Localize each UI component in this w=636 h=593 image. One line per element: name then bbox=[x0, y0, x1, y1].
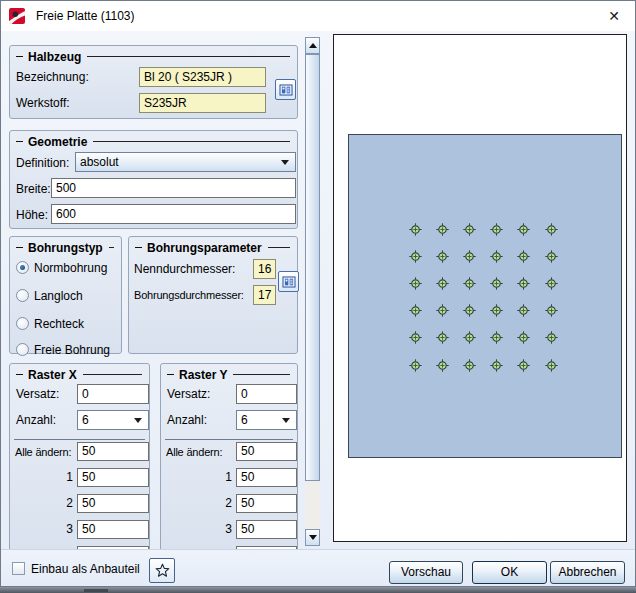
row-index: 2 bbox=[40, 494, 73, 513]
hole-symbol bbox=[517, 250, 530, 263]
hole-symbol bbox=[517, 277, 530, 290]
versatz-label: Versatz: bbox=[16, 384, 59, 404]
scroll-up-button[interactable] bbox=[305, 37, 320, 54]
definition-label: Definition: bbox=[16, 153, 69, 173]
bezeichnung-input[interactable]: Bl 20 ( S235JR ) bbox=[139, 67, 266, 87]
hole-symbol bbox=[545, 277, 558, 290]
material-catalog-button[interactable] bbox=[275, 79, 296, 100]
radio-normbohrung[interactable] bbox=[16, 261, 29, 274]
radio-label[interactable]: Rechteck bbox=[34, 314, 84, 334]
werkstoff-input[interactable]: S235JR bbox=[139, 93, 266, 113]
hole-symbol bbox=[463, 250, 476, 263]
hole-symbol bbox=[490, 250, 503, 263]
definition-select[interactable]: absolut bbox=[75, 152, 296, 172]
ok-button[interactable]: OK bbox=[472, 561, 547, 584]
hole-symbol bbox=[490, 223, 503, 236]
titlebar: Freie Platte (1103) ✕ bbox=[1, 1, 635, 31]
breite-label: Breite: bbox=[16, 179, 51, 199]
einbau-checkbox[interactable] bbox=[12, 562, 25, 575]
collapse-icon[interactable] bbox=[167, 374, 174, 375]
collapse-icon[interactable] bbox=[135, 247, 142, 248]
einbau-checkbox-label[interactable]: Einbau als Anbauteil bbox=[31, 559, 140, 579]
radio-langloch[interactable] bbox=[16, 289, 29, 302]
anzahl-label: Anzahl: bbox=[167, 410, 207, 430]
collapse-icon[interactable] bbox=[16, 56, 23, 57]
hole-symbol bbox=[545, 304, 558, 317]
radio-label[interactable]: Normbohrung bbox=[34, 258, 107, 278]
chevron-down-icon bbox=[134, 418, 142, 423]
alle-aendern-x-input[interactable]: 50 bbox=[77, 442, 149, 461]
versatz-y-input[interactable]: 0 bbox=[236, 384, 297, 404]
hole-symbol bbox=[436, 250, 449, 263]
raster-x-row-input[interactable]: 50 bbox=[77, 468, 149, 487]
hole-symbol bbox=[436, 223, 449, 236]
raster-y-row-input[interactable]: 50 bbox=[236, 494, 297, 513]
hole-symbol bbox=[490, 331, 503, 344]
hole-symbol bbox=[409, 331, 422, 344]
divider bbox=[87, 56, 290, 57]
bohrungsdurchmesser-label: Bohrungsdurchmesser: bbox=[134, 285, 244, 305]
chevron-down-icon bbox=[282, 418, 290, 423]
scrollbar-thumb[interactable] bbox=[305, 54, 320, 481]
versatz-x-input[interactable]: 0 bbox=[77, 384, 149, 404]
group-title: Geometrie bbox=[28, 135, 87, 149]
breite-input[interactable]: 500 bbox=[51, 178, 296, 198]
left-panel-scrollbar[interactable] bbox=[305, 37, 320, 546]
hole-symbol bbox=[545, 331, 558, 344]
divider bbox=[268, 247, 290, 248]
radio-label[interactable]: Langloch bbox=[34, 286, 83, 306]
catalog-icon bbox=[279, 83, 293, 97]
radio-label[interactable]: Freie Bohrung bbox=[34, 340, 110, 360]
anzahl-label: Anzahl: bbox=[16, 410, 56, 430]
hole-symbol bbox=[436, 277, 449, 290]
hole-symbol bbox=[463, 277, 476, 290]
anzahl-x-select[interactable]: 6 bbox=[77, 410, 149, 430]
row-index: 2 bbox=[199, 494, 232, 513]
divider bbox=[233, 374, 290, 375]
catalog-icon bbox=[282, 275, 296, 289]
window-title: Freie Platte (1103) bbox=[36, 9, 135, 23]
hole-symbol bbox=[409, 250, 422, 263]
raster-y-row-input[interactable]: 50 bbox=[236, 468, 297, 487]
radio-rechteck[interactable] bbox=[16, 317, 29, 330]
dialog-window: Freie Platte (1103) ✕ Halbzeug Bezeichnu… bbox=[0, 0, 636, 587]
raster-y-row-input[interactable]: 50 bbox=[236, 520, 297, 539]
collapse-icon[interactable] bbox=[16, 374, 23, 375]
anzahl-y-select[interactable]: 6 bbox=[236, 410, 297, 430]
bezeichnung-label: Bezeichnung: bbox=[16, 67, 89, 87]
star-icon bbox=[155, 563, 170, 578]
close-button[interactable]: ✕ bbox=[601, 4, 627, 28]
bore-catalog-button[interactable] bbox=[278, 271, 299, 292]
hole-symbol bbox=[517, 223, 530, 236]
hoehe-input[interactable]: 600 bbox=[51, 204, 296, 224]
hole-symbol bbox=[463, 359, 476, 372]
preview-canvas bbox=[333, 34, 627, 542]
group-raster-y: Raster Y Versatz: 0 Anzahl: 6 Alle änder… bbox=[160, 363, 298, 567]
alle-aendern-y-input[interactable]: 50 bbox=[236, 442, 297, 461]
hole-symbol bbox=[409, 304, 422, 317]
alle-aendern-label: Alle ändern: bbox=[166, 442, 222, 462]
group-bohrungstyp: Bohrungstyp Normbohrung Langloch Rechtec… bbox=[9, 236, 122, 354]
raster-x-row-input[interactable]: 50 bbox=[77, 520, 149, 539]
row-index: 1 bbox=[40, 468, 73, 487]
nenndurchmesser-label: Nenndurchmesser: bbox=[134, 259, 235, 279]
hole-symbol bbox=[409, 223, 422, 236]
collapse-icon[interactable] bbox=[16, 247, 23, 248]
raster-x-row-input[interactable]: 50 bbox=[77, 494, 149, 513]
group-halbzeug: Halbzeug Bezeichnung: Bl 20 ( S235JR ) W… bbox=[9, 45, 298, 119]
collapse-icon[interactable] bbox=[16, 141, 23, 142]
hole-symbol bbox=[436, 304, 449, 317]
radio-freie-bohrung[interactable] bbox=[16, 343, 29, 356]
preview-plate bbox=[348, 134, 622, 458]
hole-symbol bbox=[545, 250, 558, 263]
group-raster-x: Raster X Versatz: 0 Anzahl: 6 Alle änder… bbox=[9, 363, 150, 567]
nenndurchmesser-input[interactable]: 16 bbox=[253, 259, 276, 279]
abbrechen-button[interactable]: Abbrechen bbox=[550, 561, 625, 584]
arrow-up-icon bbox=[309, 43, 317, 48]
scroll-down-button[interactable] bbox=[305, 529, 320, 546]
hole-symbol bbox=[517, 331, 530, 344]
app-icon bbox=[9, 8, 25, 24]
bohrungsdurchmesser-input[interactable]: 17 bbox=[253, 285, 276, 305]
vorschau-button[interactable]: Vorschau bbox=[389, 561, 463, 584]
favorite-button[interactable] bbox=[149, 558, 175, 583]
